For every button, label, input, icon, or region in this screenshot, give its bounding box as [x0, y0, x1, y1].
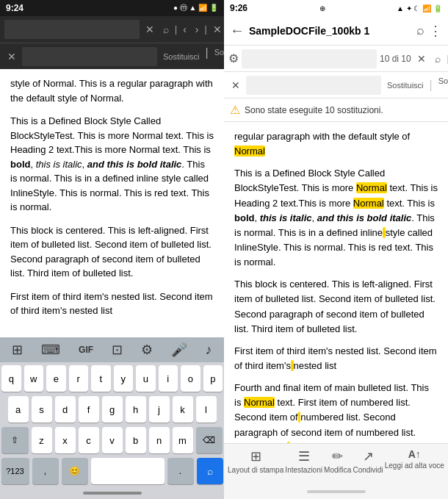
- close-replace-left-button[interactable]: ✕: [4, 49, 19, 64]
- kb-toolbar-sticker-icon[interactable]: ⊡: [112, 342, 123, 358]
- key-n[interactable]: n: [149, 427, 170, 453]
- doc-para-3-left: This block is centered. This is left-ali…: [10, 223, 214, 281]
- search-input-left[interactable]: [4, 20, 140, 39]
- key-u[interactable]: u: [136, 365, 156, 392]
- toolbar-edit-button[interactable]: ✏ Modifica: [324, 448, 351, 483]
- toolbar-share-button[interactable]: ↗ Condividi: [353, 448, 383, 483]
- highlight-normal-1: Normal: [356, 182, 387, 193]
- doc-para-2-right: This block is centered. This is left-ali…: [234, 277, 438, 337]
- status-bar-left: 9:24 ● ⓜ ▲ 📶 🔋: [0, 0, 224, 16]
- key-v[interactable]: v: [102, 427, 123, 453]
- replace-divider: |: [206, 46, 209, 67]
- key-d[interactable]: d: [55, 396, 76, 423]
- doc-title: SampleDOCFile_100kb 1: [249, 25, 412, 37]
- kb-toolbar-keyboard-icon[interactable]: ⌨: [41, 342, 60, 358]
- toolbar-read-aloud-button[interactable]: A↑ Leggi ad alta voce: [385, 448, 444, 483]
- search-bar-right: ⚙ 10 di 10 ✕ ⌕ | ‹ › | ⤢ ✕: [224, 46, 448, 72]
- key-t[interactable]: t: [91, 365, 111, 392]
- substitute-all-button-right[interactable]: Sostituisci tutto: [436, 75, 448, 96]
- replace-input-right[interactable]: [246, 76, 381, 95]
- toolbar-edit-label: Modifica: [324, 466, 351, 474]
- key-h[interactable]: h: [126, 396, 146, 423]
- close-panel-left-button[interactable]: ✕: [210, 22, 225, 37]
- kb-toolbar-grid-icon[interactable]: ⊞: [12, 342, 23, 358]
- key-q[interactable]: q: [1, 365, 21, 392]
- toolbar-share-label: Condividi: [353, 466, 383, 474]
- key-row-2: a s d f g h j k l: [1, 396, 223, 423]
- key-z[interactable]: z: [32, 427, 52, 453]
- key-k[interactable]: k: [173, 396, 193, 423]
- search-settings-button[interactable]: ⚙: [228, 51, 239, 65]
- nav-prev-left-button[interactable]: ‹: [180, 22, 189, 37]
- headings-icon: ☰: [298, 448, 310, 464]
- highlight-normal-2: Normal: [353, 198, 384, 209]
- search-count: 10 di 10: [380, 54, 411, 64]
- substitute-button-left[interactable]: Sostituisci: [160, 46, 203, 67]
- key-s[interactable]: s: [32, 396, 52, 423]
- read-aloud-icon: A↑: [408, 448, 421, 460]
- key-y[interactable]: y: [114, 365, 134, 392]
- key-i[interactable]: i: [159, 365, 178, 392]
- key-row-4: ?123 , 😊 . ⌕: [1, 458, 223, 484]
- nav-next-left-button[interactable]: ›: [192, 22, 202, 37]
- doc-content-right: regular paragraph with the default style…: [224, 122, 448, 443]
- status-dot-right: ⊕: [319, 4, 325, 12]
- clear-search-right-button[interactable]: ✕: [414, 51, 429, 66]
- key-f[interactable]: f: [79, 396, 99, 423]
- key-search[interactable]: ⌕: [197, 458, 223, 484]
- kb-toolbar-settings-icon[interactable]: ⚙: [141, 342, 153, 358]
- doc-para-2-left: This is a Defined Block Style Called Blo…: [10, 114, 214, 215]
- keyboard-toolbar: ⊞ ⌨ GIF ⊡ ⚙ 🎤 ♪: [0, 337, 224, 362]
- key-x[interactable]: x: [55, 427, 76, 453]
- key-comma[interactable]: ,: [32, 458, 59, 484]
- bottom-bar-left: [0, 487, 224, 499]
- doc-para-3-right: First item of third item's nested list. …: [234, 344, 438, 373]
- key-p[interactable]: p: [203, 365, 223, 392]
- toolbar-layout-button[interactable]: ⊞ Layout di stampa: [228, 448, 283, 483]
- key-g[interactable]: g: [102, 396, 123, 423]
- home-indicator-left: [83, 492, 142, 495]
- doc-para-1-left: style of Normal. This is a regular parag…: [10, 76, 214, 105]
- doc-content-left: style of Normal. This is a regular parag…: [0, 69, 224, 337]
- search-header-button[interactable]: ⌕: [416, 23, 424, 38]
- back-button[interactable]: ←: [230, 22, 245, 39]
- key-emoji[interactable]: 😊: [62, 458, 88, 484]
- notification-text: Sono state eseguite 10 sostituzioni.: [245, 105, 383, 115]
- key-c[interactable]: c: [79, 427, 99, 453]
- key-period[interactable]: .: [167, 458, 194, 484]
- key-space[interactable]: [91, 458, 165, 484]
- kb-toolbar-music-icon[interactable]: ♪: [205, 342, 212, 358]
- key-shift[interactable]: ⇧: [1, 427, 29, 453]
- key-o[interactable]: o: [181, 365, 200, 392]
- right-panel: 9:26 ⊕ ▲ ✦ ☾ 📶 🔋 ← SampleDOCFile_100kb 1…: [224, 0, 448, 499]
- highlight-3: [383, 227, 386, 238]
- replace-input-left[interactable]: [22, 47, 157, 66]
- divider-left: |: [175, 24, 177, 35]
- highlight-normal-3: Normal: [244, 397, 275, 408]
- highlight-6: [298, 412, 301, 423]
- key-m[interactable]: m: [173, 427, 193, 453]
- toolbar-headings-button[interactable]: ☰ Intestazioni: [285, 448, 322, 483]
- more-options-button[interactable]: ⋮: [429, 23, 442, 39]
- key-a[interactable]: a: [8, 396, 29, 423]
- key-j[interactable]: j: [149, 396, 170, 423]
- kb-toolbar-gif-icon[interactable]: GIF: [79, 345, 93, 355]
- replace-bar-left: ✕ Sostituisci | Sostituisci tutto: [0, 43, 224, 69]
- key-backspace[interactable]: ⌫: [196, 427, 223, 453]
- status-bar-right: 9:26 ⊕ ▲ ✦ ☾ 📶 🔋: [224, 0, 448, 16]
- key-symbols[interactable]: ?123: [1, 458, 29, 484]
- search-icon-left-button[interactable]: ⌕: [160, 22, 172, 37]
- kb-toolbar-mic-icon[interactable]: 🎤: [171, 342, 187, 358]
- key-e[interactable]: e: [46, 365, 66, 392]
- close-search-left-button[interactable]: ✕: [142, 22, 157, 37]
- substitute-button-right[interactable]: Sostituisci: [384, 79, 427, 91]
- key-b[interactable]: b: [126, 427, 146, 453]
- notification-bar: ⚠ Sono state eseguite 10 sostituzioni.: [224, 98, 448, 122]
- search-icon-right-button[interactable]: ⌕: [432, 51, 444, 66]
- key-r[interactable]: r: [69, 365, 89, 392]
- key-w[interactable]: w: [24, 365, 44, 392]
- search-input-right[interactable]: [242, 49, 377, 68]
- key-l[interactable]: l: [196, 396, 217, 423]
- warning-icon: ⚠: [230, 103, 240, 117]
- close-replace-right-button[interactable]: ✕: [228, 78, 243, 93]
